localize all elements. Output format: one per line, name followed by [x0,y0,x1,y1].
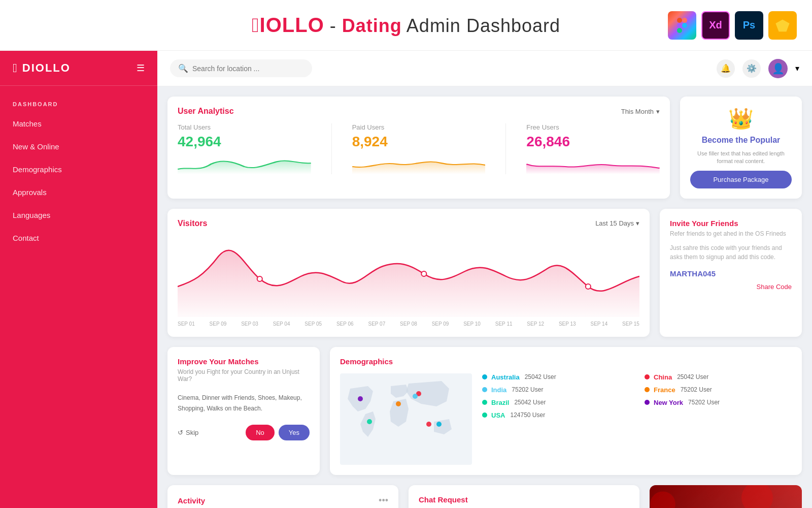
visitors-title: Visitors [178,219,207,228]
sidebar-logo-text: DIOLLO [22,61,71,75]
svg-rect-0 [677,18,682,23]
no-button[interactable]: No [246,425,275,440]
content-area: 🔍 🔔 ⚙️ 👤 ▾ User Analytisc This Mont [157,51,812,508]
sidebar-item-demographics[interactable]: Demographics [0,158,157,181]
matches-demo-row: Improve Your Matches World you Fight for… [167,347,802,475]
dating-label: Dating [342,15,402,36]
stat-row: France 75202 User [645,386,792,394]
stat-dot-newyork [645,400,650,405]
sidebar-item-new-online[interactable]: New & Online [0,135,157,158]
hamburger-menu[interactable]: ☰ [137,62,145,74]
avatar-chevron[interactable]: ▾ [795,64,799,73]
stat-dot-usa [482,412,487,418]
invite-title: Invite Your Friends [670,219,792,228]
search-box[interactable]: 🔍 [170,59,312,77]
stat-country-usa: USA [491,411,505,419]
matches-sub: World you Fight for your Country in an U… [178,368,310,383]
svg-point-20 [741,485,773,508]
stat-country-newyork: New York [654,399,683,406]
chart-labels: SEP 01SEP 09SEP 03SEP 04SEP 05 SEP 06SEP… [178,321,639,327]
invite-code: MARTHA045 [670,269,792,278]
sidebar-item-contact[interactable]: Contact [0,227,157,249]
svg-point-13 [413,394,418,399]
demographics-stats: Australia 25042 User China 25042 User In… [482,373,792,465]
visitors-filter[interactable]: Last 15 Days ▾ [595,219,639,227]
activity-card: Activity ••• 🧑 Abraham Pigeon Is Now fol… [167,485,398,508]
action-buttons: No Yes [246,425,310,440]
svg-rect-4 [677,28,682,33]
ps-icon: Ps [735,11,763,40]
demographics-title: Demographics [340,357,792,366]
stat-dot-australia [482,374,487,379]
brand-name: 𝕉IOLLO [252,14,324,36]
admin-label: Admin Dashboard [407,15,560,36]
sidebar-logo: 𝕉 DIOLLO ☰ [0,51,157,86]
matches-card: Improve Your Matches World you Fight for… [167,347,320,475]
free-users-chart [526,154,660,174]
refresh-icon: ↺ [178,429,183,436]
visitors-card: Visitors Last 15 Days ▾ [167,209,650,337]
svg-rect-3 [682,23,687,28]
skip-button[interactable]: ↺ Skip [178,429,198,436]
metric-paid-users: Paid Users 8,924 [352,123,486,174]
sidebar-item-matches[interactable]: Matches [0,112,157,135]
promo-icon: 👑 [728,107,754,131]
yes-button[interactable]: Yes [279,425,310,440]
visitors-header: Visitors Last 15 Days ▾ [178,219,639,228]
svg-point-18 [650,491,675,508]
dashboard-content: User Analytisc This Month ▾ Total Users … [157,86,812,508]
sidebar-item-approvals[interactable]: Approvals [0,181,157,204]
tool-icons: Xd Ps [668,11,797,40]
visitors-chart [178,236,639,317]
stat-country-france: France [654,386,675,394]
svg-point-8 [421,271,426,276]
demographics-card: Demographics [330,347,802,475]
main-layout: 𝕉 DIOLLO ☰ DASHBOARD Matches New & Onlin… [0,51,812,508]
stat-count-australia: 25042 User [525,373,556,380]
figma-icon [668,11,696,40]
svg-point-11 [436,422,442,427]
share-code-link[interactable]: Share Code [670,283,792,291]
activity-section: Activity ••• 🧑 Abraham Pigeon Is Now fol… [167,485,802,508]
notification-icon[interactable]: 🔔 [717,59,735,78]
stat-row: USA 124750 User [482,411,629,419]
stat-row: India 75202 User [482,386,629,394]
invite-card: Invite Your Friends Refer friends to get… [660,209,802,337]
sketch-icon [768,11,797,40]
divider-1 [331,123,332,174]
settings-icon[interactable]: ⚙️ [742,59,761,78]
xd-icon: Xd [701,11,730,40]
stat-country-china: China [654,373,672,381]
search-input[interactable] [192,65,294,73]
stat-row: Brazil 25042 User [482,399,629,406]
matches-actions: ↺ Skip No Yes [178,425,310,440]
activity-options[interactable]: ••• [379,495,388,506]
sidebar-section-label: DASHBOARD [0,86,157,112]
svg-point-9 [586,284,591,289]
analytics-filter[interactable]: This Month ▾ [621,108,660,115]
matches-interests: Cinema, Dinner with Friends, Shoes, Make… [178,393,310,415]
stat-count-france: 75202 User [681,386,712,393]
stat-count-brazil: 25042 User [514,399,546,406]
stat-dot-france [645,387,650,392]
stat-country-india: India [491,386,506,394]
image-card: Work at Dating [650,485,802,508]
site-title: 𝕉IOLLO - Dating Admin Dashboard [252,14,560,37]
stat-count-usa: 124750 User [510,411,545,419]
svg-point-15 [367,419,372,424]
metric-total-users: Total Users 42,964 [178,123,311,174]
metric-free-users: Free Users 26,846 [526,123,660,174]
user-avatar[interactable]: 👤 [768,59,788,78]
svg-point-17 [426,422,431,427]
analytics-title: User Analytisc [178,107,234,116]
visitors-row: Visitors Last 15 Days ▾ [167,209,802,337]
demographics-inner: Australia 25042 User China 25042 User In… [340,373,792,465]
total-users-chart [178,154,311,174]
separator: - [330,15,342,36]
svg-rect-2 [677,23,682,28]
purchase-package-button[interactable]: Purchase Package [690,171,792,188]
sidebar-item-languages[interactable]: Languages [0,204,157,227]
stat-country-australia: Australia [491,373,520,381]
invite-sub: Refer friends to get ahed in the OS Frin… [670,230,792,237]
stat-dot-india [482,387,487,392]
